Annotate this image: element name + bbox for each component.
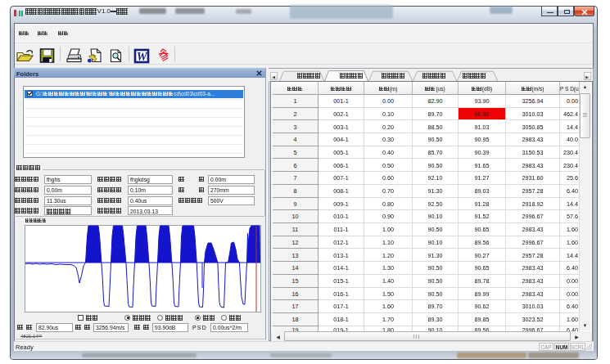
svg-text:W: W	[137, 50, 148, 63]
